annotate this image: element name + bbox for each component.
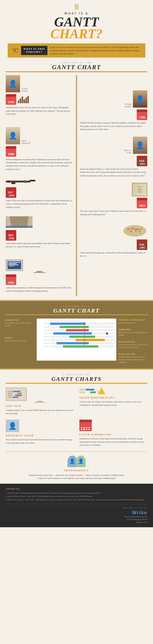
timeline-left-col: 👤 JosephPriestly 1765 Joseph Prie (6, 75, 73, 296)
timeline-section: TIMELINE OF THE GANTT CHART 👤 JosephPrie… (0, 58, 153, 300)
svg-point-9 (123, 225, 146, 236)
benefit-scheduling-icon (79, 420, 147, 431)
computer-illustration (6, 260, 73, 273)
anatomy-label-arrows-title: Arrows (118, 328, 148, 331)
anatomy-title-text: GANTT CHART (5, 307, 148, 314)
svg-rect-8 (12, 227, 27, 228)
timeline-section-label: TIMELINE OF THE (6, 61, 147, 64)
anatomy-label-bars-desc: Show full duration of a task. (5, 340, 34, 342)
desc-priestly: Joseph Priestly makes the first known ba… (6, 106, 73, 116)
desc-highway: Gantt charts help manage the constructio… (80, 251, 147, 258)
anatomy-chart: Task 001 Task 002 Task 003 Task 004 Task… (37, 318, 116, 360)
benefit-transparency-title: TRANSPARENCY (64, 469, 89, 472)
year-1765-row: 1765 (6, 94, 73, 105)
sorcery-bar: ☞ WHAT IS THIS SORCERY? A type of bar ch… (8, 44, 145, 58)
benefit-one-view: ONE VIEW Complex project? Lots of tasks?… (6, 388, 74, 415)
cal-1786: 1786 (137, 110, 147, 120)
cal-1765: 1765 (6, 94, 16, 105)
entry-hoover: 1931-1936 Gantt charts used to supervise… (6, 216, 73, 248)
svg-point-16 (139, 231, 140, 232)
benefits-section-header: 5 BENEFITS OF GANTT CHARTS (6, 374, 147, 384)
anatomy-label-milestone-desc: Shows the due date of a project or end o… (118, 344, 148, 349)
dam-illustration (6, 216, 73, 228)
benefits-section: 5 BENEFITS OF GANTT CHARTS (0, 370, 153, 484)
entry-playfair: WilliamPlayfair 👤 1786 William Playfair … (80, 90, 147, 131)
cal-1896: 1896 (6, 146, 16, 157)
chart-word: CHART? (50, 26, 102, 41)
year-1917-row: 1917-1918 (6, 187, 73, 198)
wrike-tagline: Award-winning collaboration and project … (123, 516, 147, 521)
portrait-gantt: 👤 (133, 137, 147, 154)
gantt-inventor-name: Henry L.Gantt (124, 149, 132, 154)
benefit-scheduling-desc: Deadlines are obvious. Every delay moves… (79, 437, 147, 446)
benefit-transparency: 👤 👤 TRANSPARENCY Seeing who does which t… (6, 451, 147, 480)
desc-playfair: William Playfair develops a range of sta… (80, 121, 147, 131)
timeline-right-col: WilliamPlayfair 👤 1786 William Playfair … (80, 75, 147, 296)
chart-question-row: CHART? (8, 27, 145, 40)
cal-1931: 1931-1936 (6, 230, 16, 240)
portrait-playfair: 👤 (133, 90, 147, 108)
desc-hoover: Gantt charts used to supervise the build… (6, 242, 73, 248)
benefit-one-view-desc: Complex project? Lots of tasks? Distill … (6, 408, 74, 415)
entry-gantt-inventor: Henry L.Gantt 👤 1910-1915 American engin… (80, 137, 147, 177)
gantt-row-4: Task JKL (39, 332, 114, 334)
anatomy-label-vrl-title: Vertical Red Line (118, 318, 148, 322)
anatomy-label-arrows: Arrows Show how tasks are dependent on o… (118, 328, 148, 336)
anatomy-title-bar (5, 314, 148, 315)
benefit-resource-usage: 👤 RESOURCE USAGE View which resources ha… (6, 420, 74, 446)
anatomy-layout: Timeline Shows hours, days, weeks, month… (5, 318, 148, 364)
year-1980s-row: 1980s (6, 274, 73, 285)
benefits-grid: ONE VIEW Complex project? Lots of tasks?… (6, 388, 147, 446)
anatomy-label-milestone-title: Milestone (118, 340, 148, 344)
svg-rect-2 (12, 182, 15, 184)
adamiecki-name: KarolAdamiecki (22, 140, 30, 144)
entry-wwi: 1917-1918 Gantt's charts are used to ove… (6, 178, 73, 209)
desc-gantt-inventor: American engineer Henry L. Gantt invents… (80, 168, 147, 177)
benefit-one-view-icon (6, 388, 74, 403)
gantt-row-3: Task GHI (39, 329, 114, 331)
cal-1910: 1910-1915 (137, 156, 147, 166)
benefit-grasp-dep: ! GRASP DEPENDENCIES See how tasks are r… (79, 388, 147, 415)
anatomy-section: ANATOMY OF A GANTT CHART Timeline Shows … (0, 301, 153, 368)
benefits-title-bar (6, 383, 147, 384)
benefit-transparency-desc: Seeing who does which task — and where y… (29, 474, 124, 480)
benefits-section-label: 5 BENEFITS OF (6, 374, 147, 376)
timeline-section-header: TIMELINE OF THE GANTT CHART (6, 61, 147, 72)
anatomy-label-timeline-desc: Shows hours, days, weeks, months, quarte… (5, 322, 34, 327)
desc-adamiecki: Polish management researcher Karol Adami… (6, 158, 73, 171)
anatomy-label-bars: Bars Show full duration of a task. (5, 336, 34, 342)
benefit-clear-scheduling: CLEAR SCHEDULING Deadlines are obvious. … (79, 420, 147, 446)
year-1931-row: 1931-1936 (6, 230, 73, 240)
anatomy-label-barcolor-desc: In Wrike, blue tasks are active, red tas… (118, 356, 148, 364)
gantt-row-1: Task ABC (39, 322, 114, 325)
desc-wwi: Gantt's charts are used to oversee produ… (6, 199, 73, 209)
portrait-priestly: 👤 (6, 75, 20, 92)
cal-1917: 1917-1918 (6, 187, 16, 198)
anatomy-label-milestone: Milestone Shows the due date of a projec… (118, 340, 148, 349)
playfair-name: WilliamPlayfair (124, 103, 132, 108)
footer-right: BROUGHT TO YOU BY Wrike Award-winning co… (123, 507, 147, 524)
anatomy-label-arrows-desc: Show how tasks are dependent on one anot… (118, 331, 148, 336)
benefit-resource-icon: 👤 (6, 420, 74, 432)
map-illustration (80, 224, 147, 238)
benefit-scheduling-title: CLEAR SCHEDULING (79, 433, 147, 436)
cal-1923: 1923 (137, 198, 147, 208)
anatomy-left-labels: Timeline Shows hours, days, weeks, month… (5, 318, 34, 342)
anatomy-label-vrl-desc: Indicates current date (118, 322, 148, 324)
source-2: 2. James M. Wilson, 'Henry L. Gantt, 186… (6, 495, 147, 498)
svg-rect-3 (25, 180, 26, 183)
benefit-resource-title: RESOURCE USAGE (6, 434, 74, 437)
brought-by-label: BROUGHT TO YOU BY (123, 507, 147, 509)
benefits-section-title: GANTT CHARTS (6, 376, 147, 382)
gantt-row-8: Task VWX (39, 345, 114, 348)
portrait-adamiecki: 👤 (6, 127, 20, 144)
cal-1956: 1956-1991 (137, 240, 147, 250)
anatomy-section-header: ANATOMY OF A GANTT CHART (5, 305, 148, 315)
year-1910-row: 1910-1915 (80, 156, 147, 166)
top-lines (8, 4, 145, 10)
entry-software: 1980s Gantt charts experience a sudden r… (6, 260, 73, 292)
anatomy-label-timeline-title: Timeline (5, 318, 34, 322)
entry-priestly: 👤 JosephPriestly 1765 Joseph Prie (6, 75, 73, 116)
source-3: 3. Patrick Weaver, 'Henry L. Gantt, 1861… (6, 498, 147, 501)
barchart-priestly (18, 96, 29, 103)
